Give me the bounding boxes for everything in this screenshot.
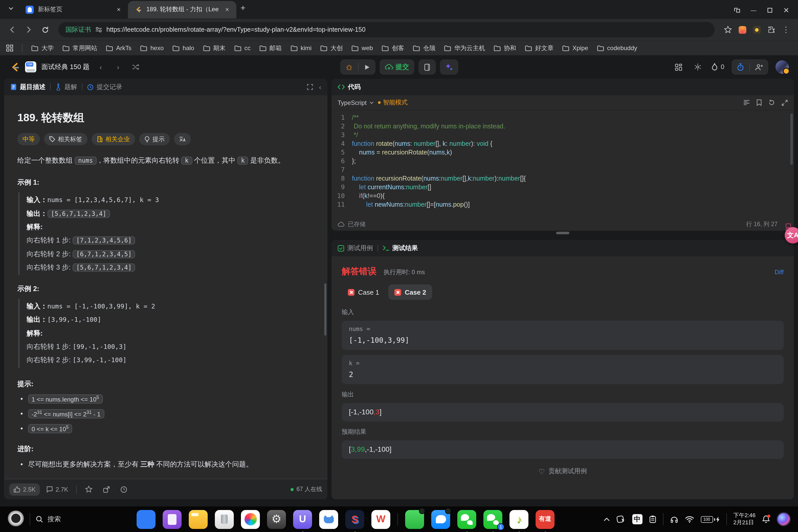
code-line[interactable]: 10 if(k!==0){	[331, 191, 794, 200]
share-icon[interactable]	[99, 483, 114, 495]
study-plan-icon[interactable]	[25, 61, 36, 73]
input-method-indicator[interactable]: 中	[632, 514, 642, 524]
dock-app-wechat[interactable]	[457, 510, 476, 529]
code-line[interactable]: 2 Do not return anything, modify nums in…	[331, 122, 794, 130]
dock-app-trash[interactable]	[215, 510, 234, 529]
tab-solutions[interactable]: 题解	[55, 82, 77, 91]
bookmark-folder[interactable]: hexo	[140, 44, 164, 52]
bookmark-folder[interactable]: kimi	[290, 44, 311, 52]
back-button[interactable]	[5, 22, 19, 37]
tab-description[interactable]: 题目描述	[10, 82, 45, 91]
scrollbar-thumb[interactable]	[324, 283, 326, 336]
case-tab[interactable]: Case 1	[342, 284, 385, 300]
url-text[interactable]: https://leetcode.cn/problems/rotate-arra…	[107, 26, 707, 33]
shuffle-icon[interactable]	[129, 61, 142, 73]
next-problem-button[interactable]: ›	[112, 61, 124, 73]
tab-submissions[interactable]: 提交记录	[87, 82, 122, 91]
translate-badge[interactable]	[174, 133, 191, 145]
dock-app-utools[interactable]: U	[293, 510, 312, 529]
reset-icon[interactable]	[768, 99, 775, 106]
dock-app-folder[interactable]	[189, 510, 208, 529]
audio-device-icon[interactable]	[670, 515, 678, 523]
format-icon[interactable]	[743, 100, 750, 106]
bookmark-folder[interactable]: 大学	[31, 44, 54, 53]
reload-button[interactable]	[38, 22, 52, 37]
dock-app-notes[interactable]	[163, 510, 182, 529]
language-select[interactable]: TypeScript	[338, 99, 374, 106]
tab-close-icon[interactable]: ×	[223, 5, 231, 14]
comments-button[interactable]: 2.7K	[42, 483, 72, 495]
browser-tab-newtab[interactable]: 新标签页 ×	[19, 1, 128, 18]
close-button[interactable]: ✕	[781, 5, 792, 16]
bookmark-star-icon[interactable]	[724, 25, 732, 34]
dock-app-messages[interactable]	[431, 510, 450, 529]
bookmark-folder[interactable]: 大创	[320, 44, 343, 53]
user-avatar[interactable]	[776, 60, 789, 74]
bookmark-folder[interactable]: cc	[234, 44, 250, 52]
notification-bell-icon[interactable]	[762, 515, 770, 523]
dock-app-grid[interactable]	[137, 510, 155, 529]
bookmark-folder[interactable]: ArkTs	[106, 44, 131, 52]
remote-control-icon[interactable]	[616, 515, 625, 523]
difficulty-badge[interactable]: 中等	[17, 133, 40, 145]
collapse-panel-icon[interactable]: ‹	[319, 83, 321, 91]
editor-scrollbar-thumb[interactable]	[790, 114, 793, 165]
dock-app-wps[interactable]: W	[372, 510, 390, 529]
wifi-icon[interactable]	[685, 516, 694, 522]
bookmark-folder[interactable]: 华为云主机	[444, 44, 485, 53]
favorite-star-icon[interactable]	[81, 483, 97, 496]
dock-app-settings[interactable]: ⚙	[267, 510, 286, 529]
case-tab[interactable]: Case 2	[388, 284, 432, 300]
input-field-box[interactable]: k =2	[342, 355, 784, 384]
related-companies-badge[interactable]: 相关企业	[92, 133, 135, 145]
notebook-icon[interactable]	[418, 59, 436, 75]
extensions-puzzle-icon[interactable]	[767, 25, 776, 34]
forward-button[interactable]	[21, 22, 36, 37]
expected-box[interactable]: [3,99,-1,-100]	[342, 440, 784, 459]
code-editor[interactable]: 1/**2 Do not return anything, modify num…	[331, 111, 794, 217]
tab-testcase[interactable]: 测试用例	[338, 244, 373, 252]
apps-grid-icon[interactable]	[6, 44, 13, 52]
browser-tab-leetcode[interactable]: 189. 轮转数组 - 力扣（Lee ×	[128, 1, 236, 18]
study-plan-title[interactable]: 面试经典 150 题	[41, 62, 90, 72]
new-tab-button[interactable]: +	[236, 2, 250, 15]
bookmark-folder[interactable]: 创客	[382, 44, 404, 53]
bookmark-folder[interactable]: 仓颉	[413, 44, 435, 53]
code-line[interactable]: 5 nums = recursionRotate(nums,k)	[331, 148, 794, 156]
code-line[interactable]: 1/**	[331, 113, 794, 122]
bookmark-icon[interactable]	[757, 99, 762, 106]
tab-close-icon[interactable]: ×	[115, 5, 123, 14]
code-line[interactable]: 11 let newNums:number[]=[nums.pop()]	[331, 200, 794, 209]
launcher-button[interactable]	[7, 511, 24, 528]
taskbar-search[interactable]: 搜索	[35, 515, 61, 524]
fullscreen-icon[interactable]	[307, 84, 313, 90]
bookmark-folder[interactable]: 邮箱	[259, 44, 282, 53]
assistant-button[interactable]	[777, 512, 791, 526]
workspace-icon[interactable]	[732, 5, 743, 16]
ai-sparkle-icon[interactable]	[440, 59, 458, 75]
streak-counter[interactable]: 0	[711, 63, 724, 71]
dock-app-photos[interactable]	[241, 510, 260, 529]
like-button[interactable]: 2.5K	[9, 483, 40, 495]
bookmark-folder[interactable]: web	[352, 44, 373, 52]
hint-badge[interactable]: 提示	[139, 133, 170, 145]
tab-testresult[interactable]: 测试结果	[383, 244, 418, 252]
diff-link[interactable]: Diff	[775, 269, 784, 276]
dock-app-cat[interactable]	[319, 510, 338, 529]
code-line[interactable]: 7	[331, 165, 794, 174]
bookmark-folder[interactable]: 协和	[494, 44, 516, 53]
dock-app-phone[interactable]	[405, 510, 424, 529]
settings-gear-icon[interactable]	[691, 61, 704, 73]
leetcode-logo[interactable]	[9, 61, 20, 73]
extension-colorful-icon[interactable]	[739, 26, 746, 34]
help-icon[interactable]	[116, 483, 132, 495]
output-box[interactable]: [-1,-100,3]	[342, 403, 784, 421]
tab-search-button[interactable]	[4, 2, 17, 15]
code-line[interactable]: 9 let currentNums:number[]	[331, 183, 794, 191]
maximize-button[interactable]	[764, 5, 776, 16]
invite-user-icon[interactable]	[750, 59, 768, 75]
bookmark-folder[interactable]: 期末	[203, 44, 225, 53]
run-button[interactable]	[358, 59, 375, 75]
tab-code[interactable]: 代码	[338, 82, 361, 91]
cert-label[interactable]: 国际证书	[65, 25, 91, 34]
